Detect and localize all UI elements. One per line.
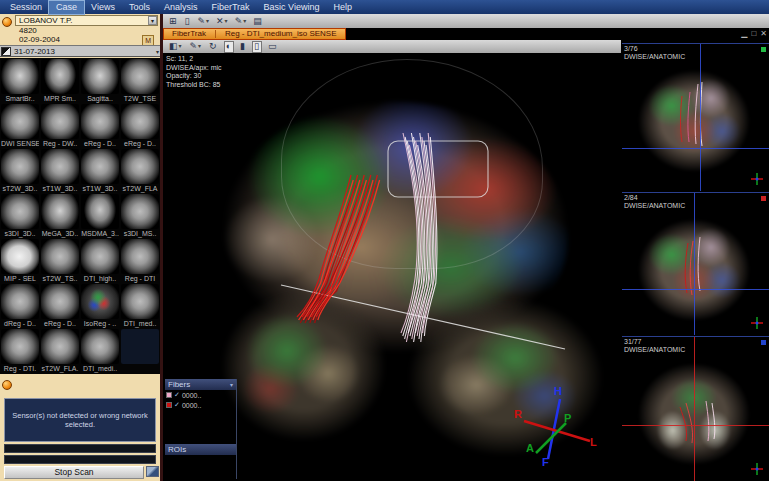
- window-control-button[interactable]: ▁: [741, 28, 747, 39]
- series-thumbnail[interactable]: IsoReg - ..: [80, 283, 120, 328]
- toolbar-button[interactable]: ▯: [183, 15, 193, 27]
- localizer-line-h[interactable]: [622, 148, 769, 149]
- viewport-tool-button[interactable]: ▭: [266, 41, 280, 53]
- thumbnail-image: [41, 194, 79, 229]
- thumbnail-image: [121, 329, 159, 364]
- patient-sidebar: LOBANOV T.P. ▾ 4820 02-09-2004 M 31-07-2…: [0, 14, 163, 481]
- series-thumbnail[interactable]: T2W_TSE: [120, 58, 160, 103]
- chevron-down-icon[interactable]: ▾: [156, 48, 159, 55]
- viewport-tool-button[interactable]: ▯: [252, 41, 262, 53]
- localizer-line-v[interactable]: [694, 337, 695, 481]
- series-thumbnail[interactable]: sT1W_3D..: [40, 148, 80, 193]
- patient-select[interactable]: LOBANOV T.P. ▾: [15, 15, 158, 26]
- series-thumbnail[interactable]: s3DI_3D..: [0, 193, 40, 238]
- series-thumbnail[interactable]: eReg - D..: [80, 103, 120, 148]
- check-icon[interactable]: ✓: [174, 401, 180, 409]
- thumbnail-image: [81, 59, 119, 94]
- slice-index: 2/84: [624, 194, 685, 202]
- localizer-line-v[interactable]: [700, 44, 701, 191]
- fibers-panel-header[interactable]: Fibers ▾: [165, 379, 236, 390]
- series-thumbnail[interactable]: sT2W_FLA.: [40, 328, 80, 373]
- series-thumbnail[interactable]: sT2W_TS..: [40, 238, 80, 283]
- toolbar-button[interactable]: ✎ ▾: [233, 15, 249, 27]
- check-icon[interactable]: ✓: [174, 391, 180, 399]
- main-3d-viewport[interactable]: Sc: 11, 2 DWISEA/apx: mic Opacity: 30 Th…: [163, 53, 622, 481]
- rois-panel-header[interactable]: ROIs: [165, 444, 236, 455]
- series-thumbnail[interactable]: Reg - DTI.: [0, 328, 40, 373]
- series-thumbnail[interactable]: DWI SENSE: [0, 103, 40, 148]
- menu-item[interactable]: Analysis: [157, 1, 205, 14]
- viewport-tool-button[interactable]: ↻: [207, 41, 220, 53]
- text-field[interactable]: [4, 444, 156, 453]
- fibertrak-tab[interactable]: FiberTrak Reg - DTI_medium_iso SENSE: [163, 28, 346, 40]
- menu-item[interactable]: Session: [3, 1, 49, 14]
- series-thumbnail[interactable]: Sagitta..: [80, 58, 120, 103]
- thumbnail-image: [121, 194, 159, 229]
- mpr-panel-coronal-2[interactable]: 2/84 DWISE/ANATOMIC: [622, 192, 769, 335]
- series-thumbnail[interactable]: s3DI_MS..: [120, 193, 160, 238]
- chevron-down-icon[interactable]: ▾: [148, 16, 157, 25]
- toolbar-button[interactable]: ▤: [251, 15, 265, 27]
- menu-item[interactable]: Tools: [122, 1, 157, 14]
- series-thumbnail[interactable]: sT1W_3D..: [80, 148, 120, 193]
- localizer-line-h[interactable]: [622, 425, 769, 426]
- viewport-tool-button[interactable]: ▮: [238, 41, 248, 53]
- series-thumbnail[interactable]: [120, 328, 160, 373]
- study-date-select[interactable]: 31-07-2013 ▾: [0, 45, 160, 57]
- fiber-list-item[interactable]: ✓ 0000..: [165, 400, 236, 410]
- series-thumbnail[interactable]: eReg - D..: [120, 103, 160, 148]
- thumbnail-image: [121, 104, 159, 139]
- series-thumbnail[interactable]: dReg - D..: [0, 283, 40, 328]
- series-thumbnail[interactable]: sT2W_FLA: [120, 148, 160, 193]
- chevron-down-icon: ▾: [230, 380, 233, 390]
- toolbar-button[interactable]: ✕ ▾: [214, 15, 230, 27]
- thumbnail-image: [41, 284, 79, 319]
- chevron-down-icon: ▾: [243, 16, 246, 27]
- localizer-line-h[interactable]: [622, 289, 769, 290]
- series-thumbnail[interactable]: DTI_high..: [80, 238, 120, 283]
- menu-item[interactable]: Case: [49, 1, 84, 14]
- series-thumbnail[interactable]: DTI_med..: [120, 283, 160, 328]
- series-thumbnail[interactable]: Reg - DTI: [120, 238, 160, 283]
- text-field[interactable]: [4, 455, 156, 464]
- mini-orientation-icon: [749, 315, 765, 331]
- series-thumbnail[interactable]: DTI_medi..: [80, 328, 120, 373]
- window-control-button[interactable]: ✕: [760, 28, 767, 39]
- menu-item[interactable]: FiberTrak: [204, 1, 256, 14]
- series-thumbnail[interactable]: MeGA_3D..: [40, 193, 80, 238]
- viewport-tool-button[interactable]: ◐: [224, 41, 234, 53]
- menu-item[interactable]: Views: [84, 1, 122, 14]
- window-controls: ▁□✕: [741, 28, 767, 39]
- series-thumbnail[interactable]: sT2W_3D..: [0, 148, 40, 193]
- menu-item[interactable]: Help: [326, 1, 359, 14]
- mpr-fiber-overlay: [622, 193, 769, 335]
- thumbnail-image: [81, 104, 119, 139]
- viewport-tool-button[interactable]: ✎ ▾: [188, 41, 204, 53]
- patient-block: LOBANOV T.P. ▾ 4820 02-09-2004 M: [0, 14, 160, 44]
- window-control-button[interactable]: □: [751, 28, 756, 39]
- toolbar-button[interactable]: ✎ ▾: [196, 15, 212, 27]
- mpr-panel-coronal-1[interactable]: 3/76 DWISE/ANATOMIC: [622, 43, 769, 191]
- series-thumbnail[interactable]: MIP - SEL: [0, 238, 40, 283]
- series-thumbnail[interactable]: Reg - DW..: [40, 103, 80, 148]
- thumbnail-label: sT2W_FLA.: [41, 364, 79, 373]
- localizer-line-v[interactable]: [694, 193, 695, 335]
- mpr-panel-axial[interactable]: 31/77 DWISE/ANATOMIC: [622, 336, 769, 481]
- series-thumbnail[interactable]: eReg - D..: [40, 283, 80, 328]
- thumbnail-label: eReg - D..: [81, 139, 119, 148]
- thumbnail-image: [81, 329, 119, 364]
- fiber-list-item[interactable]: ✓ 0000..: [165, 390, 236, 400]
- thumbnail-image: [81, 149, 119, 184]
- series-thumbnail[interactable]: MPR Sm..: [40, 58, 80, 103]
- series-thumbnail[interactable]: SmartBr..: [0, 58, 40, 103]
- menu-item[interactable]: Basic Viewing: [257, 1, 327, 14]
- stop-scan-button[interactable]: Stop Scan: [4, 466, 144, 479]
- thumbnail-image: [121, 284, 159, 319]
- thumbnail-label: MPR Sm..: [41, 94, 79, 103]
- toolbar-button[interactable]: ⊞: [167, 15, 180, 27]
- tool-icon: ▮: [240, 41, 245, 52]
- viewport-tool-button[interactable]: ◧ ▾: [167, 41, 184, 53]
- axis-label-head: H: [554, 386, 562, 397]
- series-thumbnail[interactable]: MSDMA_3..: [80, 193, 120, 238]
- tool-icon: ◐: [226, 41, 231, 52]
